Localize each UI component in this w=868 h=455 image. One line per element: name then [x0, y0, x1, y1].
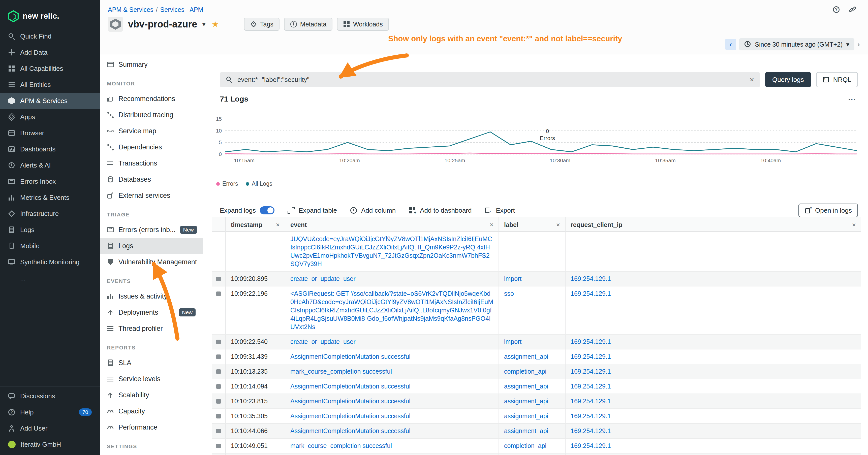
log-event-link[interactable]: create_or_update_user: [290, 338, 355, 345]
log-label-link[interactable]: assignment_api: [504, 397, 548, 404]
open-in-logs-button[interactable]: Open in logs: [799, 203, 858, 217]
sidebar-item-metrics-events[interactable]: Metrics & Events: [0, 190, 100, 205]
entity-sidebar-item-service-map[interactable]: Service map: [100, 123, 203, 139]
log-label-link[interactable]: assignment_api: [504, 413, 548, 420]
time-range-picker[interactable]: Since 30 minutes ago (GMT+2): [739, 38, 855, 51]
row-checkbox[interactable]: [216, 369, 221, 374]
log-label-link[interactable]: sso: [504, 290, 514, 297]
log-event-link[interactable]: mark_course_completion successful: [290, 442, 392, 449]
entity-name[interactable]: vbv-prod-azure: [128, 19, 197, 30]
breadcrumb-parent-link[interactable]: APM & Services: [108, 6, 154, 13]
time-forward-button[interactable]: [858, 40, 860, 48]
log-event-link[interactable]: AssignmentCompletionMutation successful: [290, 397, 410, 404]
row-checkbox[interactable]: [216, 339, 221, 344]
entity-sidebar-item-service-levels[interactable]: Service levels: [100, 371, 203, 387]
sidebar-item-item[interactable]: ...: [0, 270, 100, 286]
sidebar-item-dashboards[interactable]: Dashboards: [0, 141, 100, 157]
sidebar-item-add-data[interactable]: Add Data: [0, 44, 100, 61]
sidebar-footer-item-iterativ-gmbh[interactable]: Iterativ GmbH: [0, 436, 100, 453]
legend-item-all-logs[interactable]: All Logs: [246, 181, 273, 187]
sidebar-footer-item-discussions[interactable]: Discussions: [0, 388, 100, 404]
log-label-link[interactable]: assignment_api: [504, 353, 548, 360]
entity-sidebar-item-databases[interactable]: Databases: [100, 171, 203, 188]
log-ip-link[interactable]: 169.254.129.1: [570, 383, 611, 390]
sidebar-item-alerts-ai[interactable]: Alerts & AI: [0, 157, 100, 173]
workloads-button[interactable]: Workloads: [337, 18, 389, 31]
entity-sidebar-item-scalability[interactable]: Scalability: [100, 387, 203, 403]
log-ip-link[interactable]: 169.254.129.1: [570, 427, 611, 434]
log-event-link[interactable]: create_or_update_user: [290, 275, 355, 282]
sidebar-item-synthetic-monitoring[interactable]: Synthetic Monitoring: [0, 254, 100, 270]
entity-sidebar-item-errors-errors-inb[interactable]: Errors (errors inb...New: [100, 222, 203, 238]
log-ip-link[interactable]: 169.254.129.1: [570, 368, 611, 375]
entity-switcher-chevron-icon[interactable]: [202, 21, 206, 28]
sidebar-item-apm-services[interactable]: APM & Services: [0, 93, 100, 109]
log-event-link[interactable]: AssignmentCompletionMutation successful: [290, 353, 410, 360]
entity-sidebar-item-distributed-tracing[interactable]: Distributed tracing: [100, 107, 203, 123]
entity-sidebar-item-dependencies[interactable]: Dependencies: [100, 139, 203, 155]
entity-sidebar-item-external-services[interactable]: External services: [100, 188, 203, 203]
add-to-dashboard-button[interactable]: Add to dashboard: [409, 206, 471, 215]
remove-event-column-icon[interactable]: [490, 221, 494, 229]
log-ip-link[interactable]: 169.254.129.1: [570, 353, 611, 360]
sidebar-footer-item-help[interactable]: Help70: [0, 404, 100, 420]
row-checkbox[interactable]: [216, 399, 221, 403]
sidebar-item-browser[interactable]: Browser: [0, 125, 100, 141]
log-event-link[interactable]: JUQVU&code=eyJraWQiOiJjcGtYl9yZV8wOTl1Mj…: [290, 235, 492, 267]
time-back-button[interactable]: [725, 39, 736, 50]
log-event-link[interactable]: AssignmentCompletionMutation successful: [290, 413, 410, 420]
breadcrumb-current-link[interactable]: Services - APM: [160, 6, 204, 13]
add-column-button[interactable]: Add column: [350, 206, 396, 215]
sidebar-item-all-capabilities[interactable]: All Capabilities: [0, 61, 100, 76]
entity-sidebar-item-transactions[interactable]: Transactions: [100, 155, 203, 171]
log-search-input[interactable]: event:* -"label":"security": [220, 72, 760, 87]
tags-button[interactable]: Tags: [244, 18, 279, 31]
legend-item-errors[interactable]: Errors: [216, 181, 238, 187]
log-ip-link[interactable]: 169.254.129.1: [570, 290, 611, 297]
log-label-link[interactable]: completion_api: [504, 368, 547, 375]
expand-logs-toggle[interactable]: [260, 206, 275, 215]
log-event-link[interactable]: AssignmentCompletionMutation successful: [290, 383, 410, 390]
sidebar-item-all-entities[interactable]: All Entities: [0, 76, 100, 93]
clear-query-icon[interactable]: [749, 75, 754, 84]
remove-request-client-ip-column-icon[interactable]: [852, 221, 856, 229]
log-label-link[interactable]: import: [504, 275, 522, 282]
entity-sidebar-item-issues-activity[interactable]: Issues & activity: [100, 288, 203, 304]
row-checkbox[interactable]: [216, 355, 221, 359]
entity-sidebar-item-sla[interactable]: SLA: [100, 355, 203, 371]
row-checkbox[interactable]: [216, 384, 221, 389]
log-label-link[interactable]: assignment_api: [504, 427, 548, 434]
row-checkbox[interactable]: [216, 292, 221, 296]
log-event-link[interactable]: <ASGIRequest: GET '/sso/callback/?state=…: [290, 290, 493, 330]
sidebar-item-infrastructure[interactable]: Infrastructure: [0, 205, 100, 222]
row-checkbox[interactable]: [216, 429, 221, 433]
log-event-link[interactable]: mark_course_completion successful: [290, 368, 392, 375]
entity-sidebar-item-logs[interactable]: Logs: [100, 238, 203, 254]
query-logs-button[interactable]: Query logs: [765, 72, 811, 87]
log-ip-link[interactable]: 169.254.129.1: [570, 338, 611, 345]
entity-sidebar-item-summary[interactable]: Summary: [100, 57, 203, 72]
log-label-link[interactable]: import: [504, 338, 522, 345]
remove-label-column-icon[interactable]: [556, 221, 560, 229]
sidebar-item-errors-inbox[interactable]: Errors Inbox: [0, 173, 100, 190]
help-circle-icon[interactable]: [833, 6, 841, 14]
sidebar-item-mobile[interactable]: Mobile: [0, 238, 100, 254]
favorite-star-icon[interactable]: [212, 20, 219, 29]
new-relic-logo[interactable]: new relic.: [0, 0, 100, 28]
entity-sidebar-item-capacity[interactable]: Capacity: [100, 403, 203, 419]
entity-sidebar-item-deployments[interactable]: DeploymentsNew: [100, 304, 203, 321]
log-ip-link[interactable]: 169.254.129.1: [570, 442, 611, 449]
log-ip-link[interactable]: 169.254.129.1: [570, 275, 611, 282]
metadata-button[interactable]: Metadata: [284, 18, 333, 31]
entity-sidebar-item-vulnerability-management[interactable]: Vulnerability Management: [100, 254, 203, 270]
sidebar-footer-item-add-user[interactable]: Add User: [0, 420, 100, 436]
log-ip-link[interactable]: 169.254.129.1: [570, 413, 611, 420]
row-checkbox[interactable]: [216, 414, 221, 419]
nrql-button[interactable]: NRQL: [816, 72, 858, 87]
log-label-link[interactable]: assignment_api: [504, 383, 548, 390]
expand-table-button[interactable]: Expand table: [287, 206, 337, 215]
log-label-link[interactable]: completion_api: [504, 442, 547, 449]
entity-sidebar-item-performance[interactable]: Performance: [100, 419, 203, 435]
sidebar-item-logs[interactable]: Logs: [0, 222, 100, 238]
copy-permalink-icon[interactable]: [849, 6, 858, 14]
